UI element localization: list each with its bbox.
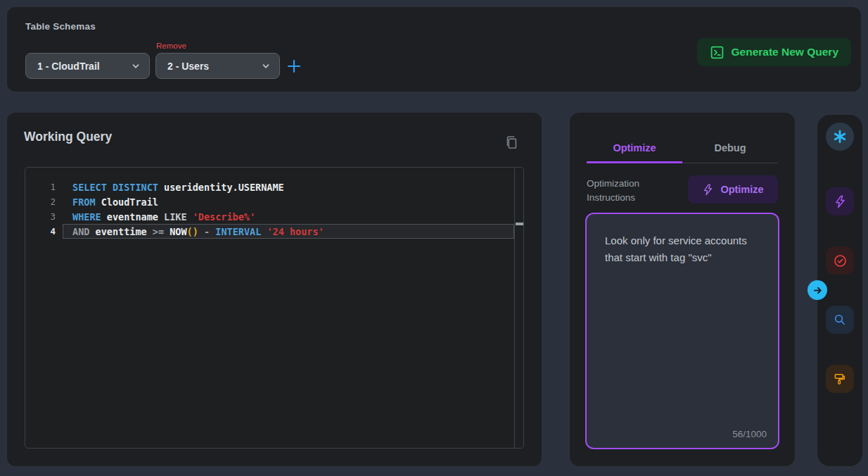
chevron-down-icon bbox=[261, 61, 271, 71]
assistant-panel: Optimize Debug Optimization Instructions… bbox=[570, 113, 795, 466]
asterisk-icon bbox=[832, 129, 848, 144]
code-line[interactable]: 2FROM CloudTrail bbox=[25, 194, 514, 209]
line-number: 2 bbox=[25, 194, 56, 209]
chevron-down-icon bbox=[131, 61, 141, 71]
app-root: Table Schemas 1 - CloudTrail Remove 2 - … bbox=[0, 0, 868, 476]
table-schemas-card: Table Schemas 1 - CloudTrail Remove 2 - … bbox=[7, 7, 861, 92]
format-tool-button[interactable] bbox=[826, 365, 854, 393]
optimize-tool-button[interactable] bbox=[826, 187, 854, 215]
paint-roller-icon bbox=[833, 372, 847, 386]
optimize-button-label: Optimize bbox=[720, 184, 763, 195]
line-number: 4 bbox=[25, 224, 56, 239]
plus-icon bbox=[286, 58, 302, 75]
add-schema-button[interactable] bbox=[283, 56, 305, 77]
tab-debug[interactable]: Debug bbox=[682, 142, 778, 163]
schema-select-1-value: 1 - CloudTrail bbox=[37, 61, 131, 72]
validate-tool-button[interactable] bbox=[826, 246, 854, 275]
editor-scrollbar-thumb[interactable] bbox=[516, 223, 523, 225]
ai-assistant-button[interactable] bbox=[826, 123, 854, 151]
schema-select-2-value: 2 - Users bbox=[167, 61, 261, 72]
copy-query-button[interactable] bbox=[502, 134, 521, 152]
working-query-panel: Working Query 1SELECT DISTINCT userident… bbox=[7, 113, 542, 466]
search-icon bbox=[833, 313, 847, 327]
tab-optimize[interactable]: Optimize bbox=[587, 142, 682, 163]
generate-new-query-button[interactable]: Generate New Query bbox=[697, 38, 851, 66]
generate-new-query-label: Generate New Query bbox=[732, 46, 838, 58]
terminal-icon bbox=[710, 45, 725, 60]
search-tool-button[interactable] bbox=[826, 306, 854, 334]
code-line[interactable]: 1SELECT DISTINCT useridentity.USERNAME bbox=[25, 180, 514, 194]
schema-select-1[interactable]: 1 - CloudTrail bbox=[25, 53, 150, 79]
working-query-title: Working Query bbox=[24, 130, 112, 144]
lightning-icon bbox=[702, 184, 714, 196]
code-text[interactable]: SELECT DISTINCT useridentity.USERNAME bbox=[63, 180, 514, 194]
arrow-right-icon bbox=[812, 284, 824, 296]
sidebar-expand-button[interactable] bbox=[808, 280, 827, 300]
code-text[interactable]: FROM CloudTrail bbox=[63, 194, 514, 209]
optimize-button[interactable]: Optimize bbox=[688, 175, 778, 203]
line-number: 3 bbox=[25, 209, 56, 224]
instructions-textarea-wrap: 56/1000 bbox=[585, 213, 779, 449]
code-line[interactable]: 3WHERE eventname LIKE 'Describe%' bbox=[25, 209, 514, 224]
check-circle-icon bbox=[833, 253, 848, 268]
remove-schema-button[interactable]: Remove bbox=[156, 42, 186, 50]
code-lines: 1SELECT DISTINCT useridentity.USERNAME2F… bbox=[25, 180, 514, 239]
schema-select-2[interactable]: 2 - Users bbox=[155, 53, 280, 79]
code-text[interactable]: WHERE eventname LIKE 'Describe%' bbox=[63, 209, 514, 224]
line-number: 1 bbox=[25, 180, 56, 194]
tab-bar: Optimize Debug bbox=[587, 128, 778, 163]
sql-editor[interactable]: 1SELECT DISTINCT useridentity.USERNAME2F… bbox=[25, 167, 524, 449]
table-schemas-title: Table Schemas bbox=[25, 21, 96, 32]
lightning-icon bbox=[834, 195, 847, 208]
editor-scrollbar[interactable] bbox=[514, 168, 523, 448]
code-line[interactable]: 4AND eventtime >= NOW() - INTERVAL '24 h… bbox=[25, 224, 514, 239]
instructions-textarea[interactable] bbox=[587, 214, 778, 448]
copy-icon bbox=[504, 134, 519, 150]
code-text[interactable]: AND eventtime >= NOW() - INTERVAL '24 ho… bbox=[63, 224, 514, 239]
optimization-instructions-label: Optimization Instructions bbox=[587, 177, 685, 205]
